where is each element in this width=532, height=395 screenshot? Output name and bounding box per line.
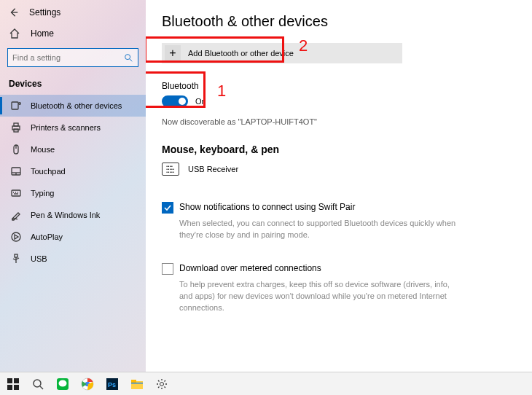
- usb-icon: [10, 253, 22, 265]
- metered-checkbox[interactable]: [162, 263, 173, 275]
- device-row[interactable]: •••••••••••••• USB Receiver: [162, 163, 516, 176]
- svg-point-25: [34, 380, 41, 387]
- nav-label: Printers & scanners: [31, 123, 101, 132]
- search-button[interactable]: [28, 374, 48, 394]
- svg-rect-22: [14, 378, 19, 383]
- sidebar: Settings Home Devices Bluetooth & other …: [0, 0, 146, 372]
- swift-pair-checkbox[interactable]: [162, 202, 173, 214]
- svg-rect-7: [14, 129, 18, 132]
- nav-item-mouse[interactable]: Mouse: [0, 138, 146, 160]
- svg-rect-13: [12, 190, 20, 196]
- svg-rect-34: [131, 380, 136, 383]
- svg-rect-6: [14, 123, 18, 126]
- group-label: Devices: [0, 74, 146, 95]
- mouse-icon: [10, 144, 22, 155]
- page-heading: Bluetooth & other devices: [162, 13, 516, 30]
- main-content: Bluetooth & other devices + Add Bluetoot…: [146, 0, 532, 372]
- svg-point-36: [160, 382, 164, 386]
- bluetooth-label: Bluetooth: [162, 81, 516, 91]
- svg-rect-24: [14, 385, 19, 390]
- svg-rect-21: [7, 378, 12, 383]
- autoplay-icon: [10, 231, 22, 243]
- plus-icon: +: [165, 45, 181, 61]
- line-app[interactable]: [52, 374, 73, 394]
- nav-label: Typing: [31, 189, 54, 198]
- swift-pair-desc: When selected, you can connect to suppor…: [179, 218, 456, 241]
- home-icon: [9, 28, 20, 39]
- device-name: USB Receiver: [188, 165, 238, 173]
- nav-item-printers[interactable]: Printers & scanners: [0, 117, 146, 138]
- discoverable-text: Now discoverable as "LAPTOP-HUIFT4OT": [162, 117, 516, 126]
- svg-point-1: [125, 55, 130, 60]
- nav-item-pen[interactable]: Pen & Windows Ink: [0, 204, 146, 226]
- printer-icon: [10, 122, 22, 133]
- home-label: Home: [31, 28, 54, 39]
- swift-pair-label: Show notifications to connect using Swif…: [179, 202, 355, 212]
- svg-point-4: [19, 103, 21, 105]
- nav-item-bluetooth[interactable]: Bluetooth & other devices: [0, 95, 146, 117]
- svg-point-28: [59, 380, 67, 386]
- nav-label: Touchpad: [31, 167, 66, 176]
- svg-line-2: [130, 59, 133, 62]
- svg-rect-19: [15, 254, 17, 257]
- section-mouse-heading: Mouse, keyboard, & pen: [162, 144, 516, 155]
- home-button[interactable]: Home: [0, 23, 146, 45]
- svg-text:Ps: Ps: [108, 381, 116, 388]
- start-button[interactable]: [3, 374, 23, 394]
- photoshop-app[interactable]: Ps: [102, 374, 122, 394]
- window-title: Settings: [29, 7, 60, 17]
- add-device-label: Add Bluetooth or other device: [188, 49, 294, 58]
- nav-item-typing[interactable]: Typing: [0, 182, 146, 204]
- nav-label: USB: [31, 254, 47, 263]
- pen-icon: [10, 209, 22, 221]
- nav-label: Mouse: [31, 145, 55, 154]
- svg-line-26: [40, 386, 43, 389]
- nav-label: Pen & Windows Ink: [31, 211, 100, 219]
- metered-desc: To help prevent extra charges, keep this…: [179, 279, 456, 314]
- nav-item-touchpad[interactable]: Touchpad: [0, 160, 146, 182]
- search-input[interactable]: [12, 53, 115, 62]
- search-icon: [123, 52, 133, 63]
- bluetooth-toggle[interactable]: [162, 95, 188, 107]
- svg-rect-23: [7, 385, 12, 390]
- svg-rect-35: [131, 383, 143, 384]
- explorer-app[interactable]: [127, 374, 147, 394]
- metered-label: Download over metered connections: [179, 263, 321, 273]
- toggle-state: On: [195, 97, 206, 106]
- typing-icon: [10, 187, 22, 199]
- nav-item-usb[interactable]: USB: [0, 248, 146, 270]
- touchpad-icon: [10, 165, 22, 177]
- chrome-app[interactable]: [77, 374, 98, 394]
- nav-item-autoplay[interactable]: AutoPlay: [0, 226, 146, 248]
- search-box[interactable]: [7, 48, 138, 67]
- bluetooth-icon: [10, 100, 22, 112]
- toggle-knob: [179, 98, 186, 105]
- settings-app[interactable]: [152, 374, 172, 394]
- taskbar: Ps: [0, 372, 532, 395]
- add-device-button[interactable]: + Add Bluetooth or other device: [162, 43, 402, 63]
- back-icon[interactable]: [9, 7, 19, 17]
- nav-label: AutoPlay: [31, 232, 63, 241]
- svg-rect-3: [12, 102, 18, 109]
- keyboard-icon: ••••••••••••••: [162, 163, 179, 176]
- nav-label: Bluetooth & other devices: [31, 101, 122, 110]
